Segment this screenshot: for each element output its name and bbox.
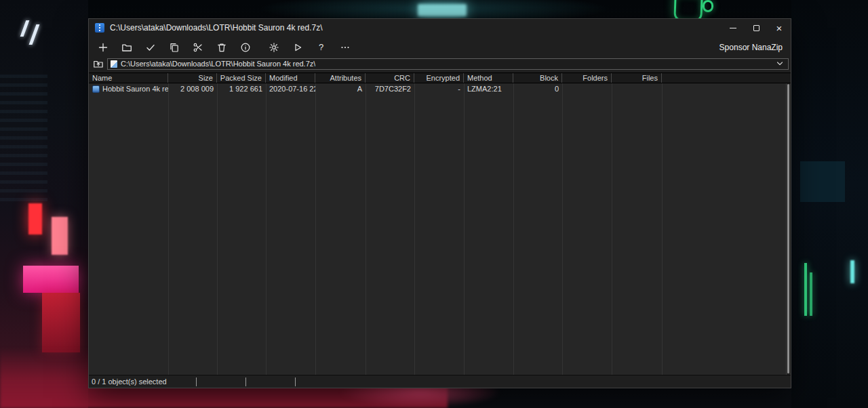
column-separator — [513, 83, 514, 375]
column-separator — [414, 83, 415, 375]
column-separator — [366, 83, 366, 375]
status-separator — [295, 378, 296, 386]
column-headers: Name Size Packed Size Modified Attribute… — [89, 73, 791, 83]
run-button[interactable] — [285, 39, 309, 56]
column-header-attributes[interactable]: Attributes — [315, 73, 366, 83]
info-button[interactable] — [233, 39, 257, 56]
address-path: C:\Users\ataka\Downloads\LOTR\Hobbit Sau… — [121, 60, 315, 68]
file-folders-cell — [562, 83, 612, 94]
more-button[interactable] — [333, 39, 357, 56]
column-separator — [662, 83, 663, 375]
file-list: Name Size Packed Size Modified Attribute… — [89, 73, 791, 375]
neon-teal-sign — [418, 4, 467, 16]
file-packed-size-cell: 1 922 661 — [217, 83, 266, 94]
test-button[interactable] — [138, 39, 162, 56]
help-button[interactable]: ? — [309, 39, 333, 56]
play-icon — [292, 42, 303, 53]
nanazip-app-icon — [95, 23, 104, 33]
maximize-icon — [753, 25, 760, 31]
scissors-icon — [193, 42, 203, 53]
red-banner — [42, 293, 80, 352]
column-separator — [612, 83, 612, 375]
ellipsis-icon — [340, 42, 351, 53]
close-icon: × — [776, 23, 783, 33]
move-button[interactable] — [186, 39, 210, 56]
building-silhouette-right — [791, 0, 868, 408]
address-bar: C:\Users\ataka\Downloads\LOTR\Hobbit Sau… — [89, 58, 791, 73]
column-header-modified[interactable]: Modified — [266, 73, 315, 83]
info-icon — [240, 42, 251, 53]
question-mark-icon: ? — [319, 42, 323, 52]
neon-magenta-panel — [23, 266, 79, 293]
up-one-level-button[interactable] — [91, 58, 106, 70]
column-separator — [168, 83, 169, 375]
column-header-crc[interactable]: CRC — [366, 73, 414, 83]
column-separator — [217, 83, 218, 375]
window-controls: × — [722, 19, 791, 37]
minimize-icon — [730, 28, 736, 28]
column-separator — [266, 83, 267, 375]
sponsor-link[interactable]: Sponsor NanaZip — [719, 43, 783, 52]
column-separator — [562, 83, 563, 375]
file-name: Hobbit Sauron 4k red.jpg — [102, 85, 168, 93]
column-header-filler — [662, 73, 791, 83]
column-header-packed-size[interactable]: Packed Size — [217, 73, 266, 83]
up-one-level-icon — [93, 58, 104, 69]
column-header-files[interactable]: Files — [612, 73, 662, 83]
copy-button[interactable] — [162, 39, 186, 56]
chevron-down-icon — [776, 61, 783, 66]
cyan-light — [850, 260, 854, 283]
file-files-cell — [612, 83, 662, 94]
column-separator — [315, 83, 316, 375]
column-header-block[interactable]: Block — [513, 73, 562, 83]
nanazip-window: C:\Users\ataka\Downloads\LOTR\Hobbit Sau… — [88, 18, 791, 388]
maximize-button[interactable] — [745, 19, 768, 37]
column-header-encrypted[interactable]: Encrypted — [414, 73, 464, 83]
close-button[interactable]: × — [768, 19, 791, 37]
add-button[interactable] — [91, 39, 115, 56]
neon-green-sign-handle — [703, 0, 713, 12]
plus-icon — [98, 42, 108, 53]
file-size-cell: 2 008 009 — [168, 83, 217, 94]
file-name-cell: Hobbit Sauron 4k red.jpg — [89, 83, 168, 94]
toolbar: ? Sponsor NanaZip — [89, 37, 791, 58]
minimize-button[interactable] — [722, 19, 745, 37]
address-input[interactable]: C:\Users\ataka\Downloads\LOTR\Hobbit Sau… — [107, 58, 789, 70]
status-bar: 0 / 1 object(s) selected — [89, 375, 791, 388]
file-list-body[interactable]: Hobbit Sauron 4k red.jpg 2 008 009 1 922… — [89, 83, 791, 375]
column-header-name[interactable]: Name — [89, 73, 168, 83]
address-dropdown-button[interactable] — [774, 61, 785, 66]
building-windows — [0, 75, 47, 203]
options-button[interactable] — [262, 39, 285, 56]
file-encrypted-cell: - — [414, 83, 464, 94]
title-bar[interactable]: C:\Users\ataka\Downloads\LOTR\Hobbit Sau… — [89, 19, 791, 37]
vertical-scrollbar[interactable] — [786, 83, 791, 375]
archive-file-icon — [111, 60, 117, 68]
selection-status: 0 / 1 object(s) selected — [92, 378, 167, 386]
table-row[interactable]: Hobbit Sauron 4k red.jpg 2 008 009 1 922… — [89, 83, 791, 94]
column-header-folders[interactable]: Folders — [562, 73, 612, 83]
extract-folder-icon — [121, 42, 132, 53]
copy-icon — [169, 42, 180, 53]
file-attributes-cell: A — [315, 83, 366, 94]
gear-icon — [269, 42, 279, 53]
file-crc-cell: 7D7C32F2 — [366, 83, 414, 94]
neon-green-line — [810, 272, 812, 316]
column-header-size[interactable]: Size — [168, 73, 217, 83]
neon-green-line — [804, 263, 807, 316]
column-separator — [464, 83, 465, 375]
image-file-icon — [92, 85, 100, 93]
column-header-method[interactable]: Method — [464, 73, 513, 83]
teal-window-light — [800, 161, 845, 202]
window-title: C:\Users\ataka\Downloads\LOTR\Hobbit Sau… — [110, 23, 322, 33]
file-method-cell: LZMA2:21 — [464, 83, 513, 94]
status-separator — [245, 378, 246, 386]
file-block-cell: 0 — [513, 83, 562, 94]
trash-icon — [216, 42, 227, 53]
extract-button[interactable] — [115, 39, 138, 56]
vertical-scrollbar-thumb[interactable] — [787, 84, 789, 373]
delete-button[interactable] — [210, 39, 233, 56]
checkmark-icon — [145, 42, 156, 53]
neon-red-sign — [28, 203, 42, 234]
neon-pink-sign — [52, 217, 68, 255]
